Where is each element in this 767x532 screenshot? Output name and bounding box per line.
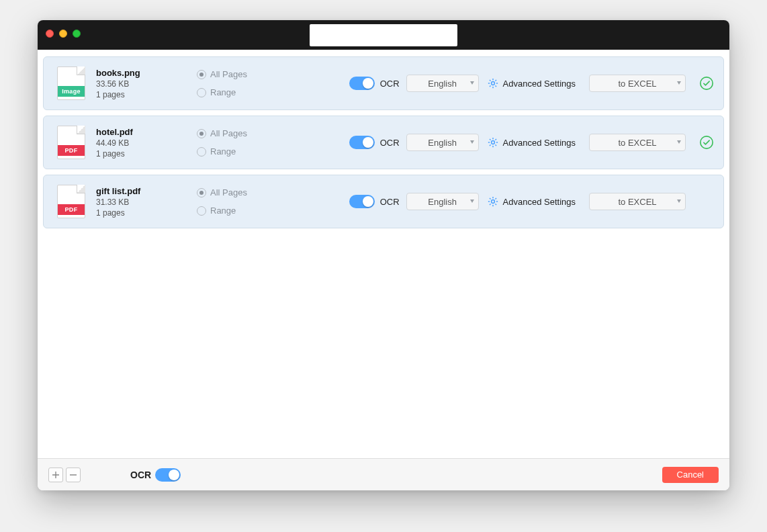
add-file-button[interactable] [48,468,63,482]
radio-label: All Pages [210,187,247,197]
radio-all-pages[interactable]: All Pages [197,69,271,79]
app-window: Image books.png 33.56 KB 1 pages All Pag… [38,20,729,490]
ocr-group: OCR [349,195,400,208]
language-select[interactable]: English [406,193,479,210]
zoom-icon[interactable] [73,30,81,38]
file-size: 44.49 KB [96,138,197,148]
radio-icon [197,70,206,79]
radio-icon [197,147,206,157]
ocr-toggle[interactable] [349,77,375,90]
file-pagecount: 1 pages [96,90,197,99]
radio-label: Range [210,146,236,157]
advanced-settings-button[interactable]: Advanced Settings [487,77,576,89]
status-done-icon [699,76,714,91]
radio-all-pages[interactable]: All Pages [197,187,271,197]
ocr-group: OCR [349,136,400,149]
file-list: Image books.png 33.56 KB 1 pages All Pag… [38,50,729,458]
radio-icon [197,188,206,197]
radio-label: All Pages [210,69,247,79]
radio-label: All Pages [210,128,247,138]
file-type-tag: PDF [58,204,85,215]
chevron-down-icon [677,200,681,203]
ocr-label: OCR [380,197,400,207]
svg-point-0 [491,82,494,85]
ocr-label: OCR [380,138,400,148]
radio-range[interactable]: Range [197,206,271,216]
svg-point-3 [701,136,713,148]
file-name: hotel.pdf [96,127,197,137]
remove-file-button[interactable] [66,468,81,482]
language-value: English [428,138,457,148]
advanced-settings-button[interactable]: Advanced Settings [487,195,576,208]
format-select[interactable]: to EXCEL [589,193,686,210]
chevron-down-icon [677,81,681,85]
language-select[interactable]: English [406,134,479,151]
advanced-settings-label: Advanced Settings [503,138,576,148]
page-selection: All Pages Range [197,69,271,97]
radio-label: Range [210,87,236,97]
format-value: to EXCEL [618,79,656,89]
footer-bar: OCR Cancel [38,458,729,490]
file-size: 33.56 KB [96,79,197,89]
gear-icon [487,195,499,208]
format-select[interactable]: to EXCEL [589,134,686,151]
file-row[interactable]: PDF hotel.pdf 44.49 KB 1 pages All Pages… [43,116,724,169]
language-select[interactable]: English [406,75,479,92]
page-selection: All Pages Range [197,187,271,216]
window-controls [46,30,81,38]
ocr-toggle[interactable] [349,195,375,208]
file-type-icon: PDF [57,126,85,159]
radio-icon [197,206,206,216]
svg-point-1 [701,77,713,89]
chevron-down-icon [677,140,681,144]
format-value: to EXCEL [618,138,656,148]
cancel-button[interactable]: Cancel [662,467,719,483]
advanced-settings-button[interactable]: Advanced Settings [487,136,576,148]
format-value: to EXCEL [618,197,656,207]
file-type-tag: PDF [58,145,85,156]
language-value: English [428,79,457,89]
file-name: gift list.pdf [96,186,197,196]
file-type-icon: Image [57,66,85,100]
format-select[interactable]: to EXCEL [589,75,686,92]
file-row[interactable]: PDF gift list.pdf 31.33 KB 1 pages All P… [43,175,724,228]
ocr-label: OCR [380,79,400,89]
radio-label: Range [210,206,236,216]
page-selection: All Pages Range [197,128,271,157]
radio-range[interactable]: Range [197,146,271,157]
language-value: English [428,197,457,207]
footer-ocr-toggle[interactable] [155,468,181,482]
ocr-toggle[interactable] [349,136,375,149]
file-pagecount: 1 pages [96,208,197,218]
file-type-icon: PDF [57,185,85,218]
file-name: books.png [96,68,197,78]
file-type-tag: Image [58,86,85,97]
file-info: gift list.pdf 31.33 KB 1 pages [96,186,197,218]
chevron-down-icon [470,81,474,85]
minimize-icon[interactable] [59,30,67,38]
gear-icon [487,136,499,148]
svg-point-2 [491,141,494,144]
file-size: 31.33 KB [96,197,197,207]
file-info: books.png 33.56 KB 1 pages [96,68,197,99]
radio-icon [197,88,206,97]
svg-point-4 [491,200,494,204]
footer-ocr-label: OCR [130,470,151,480]
file-row[interactable]: Image books.png 33.56 KB 1 pages All Pag… [43,56,724,110]
close-icon[interactable] [46,30,54,38]
radio-range[interactable]: Range [197,87,271,97]
file-pagecount: 1 pages [96,149,197,159]
ocr-group: OCR [349,77,400,90]
radio-icon [197,129,206,138]
advanced-settings-label: Advanced Settings [503,197,576,207]
advanced-settings-label: Advanced Settings [503,79,576,89]
title-center-blank [310,24,457,46]
gear-icon [487,77,499,89]
chevron-down-icon [470,140,474,144]
status-done-icon [699,135,714,150]
file-info: hotel.pdf 44.49 KB 1 pages [96,127,197,159]
titlebar [38,20,729,50]
chevron-down-icon [470,200,474,203]
radio-all-pages[interactable]: All Pages [197,128,271,138]
